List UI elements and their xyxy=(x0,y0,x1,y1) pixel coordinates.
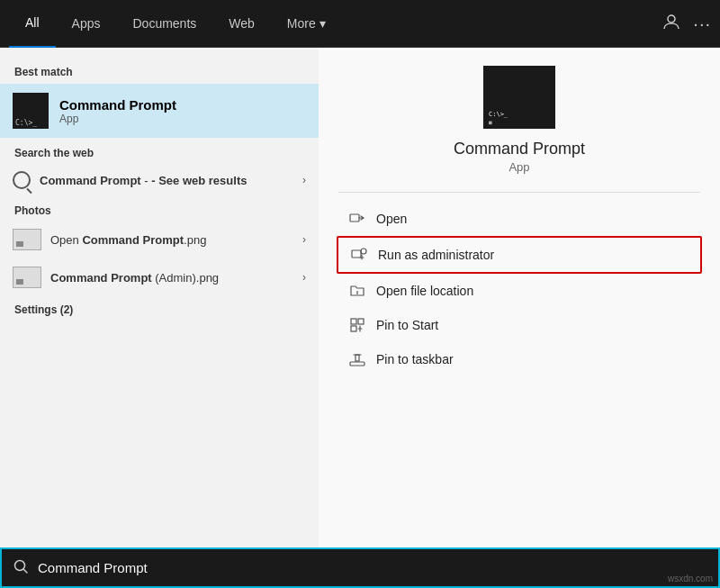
photo-item-2[interactable]: Command Prompt (Admin).png › xyxy=(0,258,319,296)
action-open[interactable]: Open xyxy=(337,202,702,236)
best-match-label: Best match xyxy=(0,59,319,82)
action-pinstart-label: Pin to Start xyxy=(376,318,438,332)
svg-rect-2 xyxy=(352,250,361,258)
fileloc-icon xyxy=(349,283,365,299)
web-search-item[interactable]: Command Prompt - - See web results › xyxy=(0,163,319,197)
svg-point-0 xyxy=(668,15,675,23)
svg-rect-7 xyxy=(351,326,356,331)
svg-rect-6 xyxy=(358,319,364,324)
photo-thumb-1 xyxy=(13,229,41,250)
search-web-icon xyxy=(13,171,31,189)
best-match-item[interactable]: C:\>_ Command Prompt App xyxy=(0,84,319,138)
chevron-right-icon: › xyxy=(302,174,306,186)
open-icon xyxy=(349,211,365,227)
search-bar-icon xyxy=(13,558,29,578)
settings-label: Settings (2) xyxy=(0,296,319,320)
right-panel: C:\>_ ■ Command Prompt App Open xyxy=(319,48,720,547)
person-icon[interactable] xyxy=(662,13,680,34)
photo-thumb-2 xyxy=(13,267,41,288)
web-section-label: Search the web xyxy=(0,140,319,163)
action-pin-start[interactable]: Pin to Start xyxy=(337,308,702,342)
left-panel: Best match C:\>_ Command Prompt App Sear… xyxy=(0,48,319,547)
watermark: wsxdn.com xyxy=(668,574,713,583)
action-list: Open Run as administrator xyxy=(319,202,720,376)
action-pin-taskbar[interactable]: Pin to taskbar xyxy=(337,342,702,376)
tab-documents[interactable]: Documents xyxy=(116,0,212,48)
runas-icon xyxy=(351,247,367,263)
photos-label: Photos xyxy=(0,197,319,221)
photo-name-2: Command Prompt (Admin).png xyxy=(50,271,219,285)
search-bar-text: Command Prompt xyxy=(38,560,148,575)
tab-apps[interactable]: Apps xyxy=(56,0,117,48)
svg-rect-8 xyxy=(350,362,364,366)
app-name-large: Command Prompt xyxy=(454,140,585,158)
pintaskbar-icon xyxy=(349,351,365,367)
action-pintaskbar-label: Pin to taskbar xyxy=(376,352,454,366)
tab-more[interactable]: More ▾ xyxy=(271,0,342,48)
svg-rect-5 xyxy=(351,319,356,324)
action-file-location[interactable]: Open file location xyxy=(337,274,702,308)
best-match-subtitle: App xyxy=(59,113,176,125)
chevron-right-icon-photo2: › xyxy=(302,271,306,284)
ellipsis-icon[interactable]: ··· xyxy=(693,14,711,34)
app-type: App xyxy=(508,160,529,174)
tab-all[interactable]: All xyxy=(9,0,56,48)
action-run-as-admin[interactable]: Run as administrator xyxy=(337,236,702,274)
web-search-text: Command Prompt - - See web results xyxy=(40,174,247,187)
command-prompt-icon-small: C:\>_ xyxy=(13,93,49,129)
main-area: Best match C:\>_ Command Prompt App Sear… xyxy=(0,48,720,547)
action-fileloc-label: Open file location xyxy=(376,284,473,298)
top-nav: All Apps Documents Web More ▾ ··· xyxy=(0,0,720,48)
photo-name-1: Open Command Prompt.png xyxy=(50,233,206,247)
pinstart-icon xyxy=(349,317,365,333)
svg-line-11 xyxy=(23,569,27,573)
divider xyxy=(338,192,699,193)
bottom-search-bar: Command Prompt xyxy=(0,547,720,588)
app-icon-large: C:\>_ ■ xyxy=(483,66,555,129)
photo-item-1[interactable]: Open Command Prompt.png › xyxy=(0,221,319,258)
svg-rect-1 xyxy=(350,214,359,222)
action-open-label: Open xyxy=(376,212,407,226)
svg-point-3 xyxy=(361,249,366,254)
best-match-title: Command Prompt xyxy=(59,97,176,113)
tab-web[interactable]: Web xyxy=(212,0,271,48)
nav-right-icons: ··· xyxy=(662,13,711,34)
svg-rect-9 xyxy=(356,355,359,361)
action-runas-label: Run as administrator xyxy=(378,248,494,262)
chevron-right-icon-photo1: › xyxy=(302,233,306,246)
